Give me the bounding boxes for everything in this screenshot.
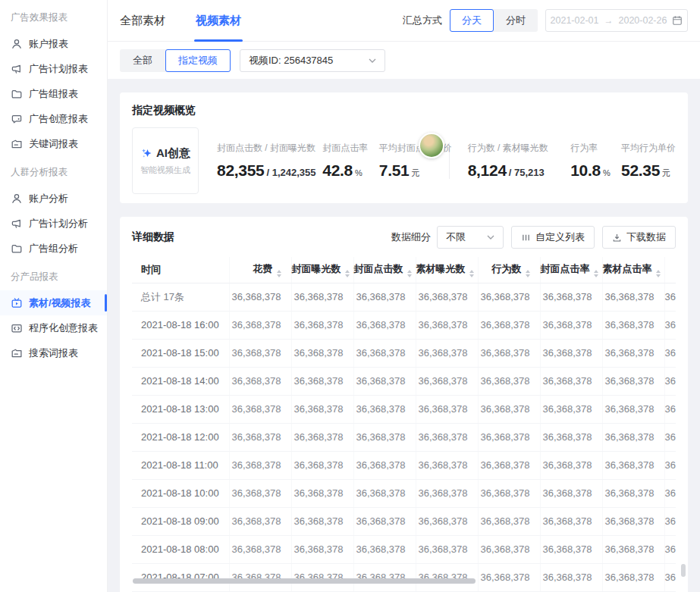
sort-icon[interactable]	[277, 270, 281, 277]
stat-avg-action-price: 平均行为单价 52.35 元	[621, 142, 676, 180]
sidebar-item-0-1[interactable]: 广告计划报表	[0, 56, 107, 81]
summary-by-hour-button[interactable]: 分时	[494, 9, 538, 32]
value-cell-cut: 36,368,378	[664, 283, 676, 311]
column-header-6[interactable]: 封面点击率	[540, 257, 602, 283]
time-cell: 2021-08-18 07:00	[132, 563, 229, 591]
ai-creative-title: AI创意	[156, 146, 190, 161]
sidebar-item-0-0[interactable]: 账户报表	[0, 31, 107, 56]
customize-columns-button[interactable]: 自定义列表	[511, 226, 595, 249]
value-cell: 36,368,378	[602, 507, 664, 535]
value-cell: 36,368,378	[229, 339, 291, 367]
summary-by-day-button[interactable]: 分天	[450, 9, 494, 32]
column-header-1[interactable]: 花费	[229, 257, 291, 283]
value-cell: 36,368,378	[353, 535, 416, 563]
sidebar-item-1-1[interactable]: 广告计划分析	[0, 211, 107, 236]
sidebar-item-0-2[interactable]: 广告组报表	[0, 81, 107, 106]
scope-all-button[interactable]: 全部	[120, 49, 165, 72]
value-cell: 36,368,378	[478, 479, 540, 507]
detailed-data-card: 详细数据 数据细分 不限	[120, 217, 688, 592]
tab-video-materials[interactable]: 视频素材	[196, 0, 241, 42]
code-icon	[11, 322, 23, 334]
sidebar-item-label: 搜索词报表	[29, 346, 78, 360]
value-cell: 36,368,378	[353, 423, 416, 451]
stat-actions: 行为数 / 素材曝光数 8,124 / 75,213	[468, 142, 571, 180]
column-header-5[interactable]: 行为数	[478, 257, 540, 283]
sort-icon[interactable]	[526, 270, 530, 277]
column-header-3[interactable]: 封面点击数	[353, 257, 416, 283]
date-start: 2021-02-01	[551, 15, 599, 26]
value-cell: 36,368,378	[602, 283, 664, 311]
time-cell: 2021-08-18 08:00	[132, 535, 229, 563]
value-cell: 36,368,378	[229, 311, 291, 339]
sidebar-item-1-2[interactable]: 广告组分析	[0, 236, 107, 261]
value-cell: 36,368,378	[291, 311, 353, 339]
value-cell: 36,368,378	[353, 563, 416, 591]
stat-action-rate: 行为率 10.8 %	[570, 142, 621, 180]
summary-mode-toggle: 分天 分时	[450, 9, 538, 32]
table-total-row: 总计 17条36,368,37836,368,37836,368,37836,3…	[132, 283, 676, 311]
scope-specified-video-button[interactable]: 指定视频	[165, 49, 231, 72]
data-table-scroll-area[interactable]: 时间花费封面曝光数封面点击数素材曝光数行为数封面点击率素材点击率 总计 17条3…	[132, 257, 676, 592]
date-range-picker[interactable]: 2021-02-01 → 2020-02-26	[545, 9, 688, 32]
download-icon	[612, 233, 622, 243]
stat-cover-clicks: 封面点击数 / 封面曝光数 82,355 / 1,242,355	[217, 142, 322, 180]
sidebar-item-0-4[interactable]: 关键词报表	[0, 131, 107, 156]
time-cell: 2021-08-18 14:00	[132, 367, 229, 395]
sort-icon[interactable]	[656, 270, 661, 277]
value-cell: 36,368,378	[291, 367, 353, 395]
value-cell: 36,368,378	[540, 507, 602, 535]
keyword-icon	[11, 347, 23, 359]
value-cell: 36,368,378	[478, 451, 540, 479]
column-header-7[interactable]: 素材点击率	[602, 257, 664, 283]
video-id-select[interactable]: 视频ID: 256437845	[240, 49, 385, 72]
value-cell: 36,368,378	[478, 311, 540, 339]
value-cell: 36,368,378	[540, 283, 602, 311]
value-cell-cut: 36,368,378	[664, 563, 676, 591]
table-row: 2021-08-18 13:0036,368,37836,368,37836,3…	[132, 395, 676, 423]
sort-icon[interactable]	[469, 270, 474, 277]
download-data-button[interactable]: 下载数据	[602, 226, 676, 249]
value-cell: 36,368,378	[478, 367, 540, 395]
tab-all-materials[interactable]: 全部素材	[120, 0, 165, 42]
value-cell: 36,368,378	[229, 367, 291, 395]
data-segment-value: 不限	[446, 230, 466, 244]
user-report-icon	[11, 38, 23, 50]
column-header-2[interactable]: 封面曝光数	[291, 257, 353, 283]
value-cell: 36,368,378	[353, 283, 416, 311]
value-cell: 36,368,378	[416, 563, 478, 591]
value-cell: 36,368,378	[540, 479, 602, 507]
value-cell: 36,368,378	[416, 451, 478, 479]
sort-icon[interactable]	[594, 270, 598, 277]
value-cell-cut: 36,368,378	[664, 395, 676, 423]
sort-icon[interactable]	[345, 270, 350, 277]
value-cell: 36,368,378	[478, 283, 540, 311]
value-cell: 36,368,378	[353, 311, 416, 339]
value-cell: 36,368,378	[416, 507, 478, 535]
time-cell: 2021-08-18 13:00	[132, 395, 229, 423]
value-cell: 36,368,378	[291, 423, 353, 451]
sidebar-item-0-3[interactable]: 广告创意报表	[0, 106, 107, 131]
value-cell: 36,368,378	[478, 563, 540, 591]
column-header-4[interactable]: 素材曝光数	[416, 257, 478, 283]
value-cell: 36,368,378	[291, 395, 353, 423]
time-cell: 2021-08-18 10:00	[132, 479, 229, 507]
bubble-icon	[11, 113, 23, 125]
value-cell: 36,368,378	[416, 311, 478, 339]
sort-icon[interactable]	[407, 270, 412, 277]
horizontal-scrollbar[interactable]	[133, 578, 476, 584]
sidebar-item-label: 关键词报表	[29, 137, 78, 151]
value-cell: 36,368,378	[416, 535, 478, 563]
value-cell: 36,368,378	[416, 423, 478, 451]
total-cell: 总计 17条	[132, 283, 229, 311]
sidebar-item-2-2[interactable]: 搜索词报表	[0, 340, 107, 365]
ai-creative-logo-card: AI创意 智能视频生成	[132, 127, 199, 194]
data-segment-label: 数据细分	[391, 230, 431, 244]
value-cell: 36,368,378	[478, 395, 540, 423]
sidebar-item-2-0[interactable]: 素材/视频报表	[0, 290, 107, 315]
user-report-icon	[11, 193, 23, 205]
date-end: 2020-02-26	[619, 15, 667, 26]
vertical-scrollbar[interactable]	[681, 564, 686, 577]
sidebar-item-1-0[interactable]: 账户分析	[0, 186, 107, 211]
data-segment-select[interactable]: 不限	[437, 226, 504, 249]
sidebar-item-2-1[interactable]: 程序化创意报表	[0, 315, 107, 340]
